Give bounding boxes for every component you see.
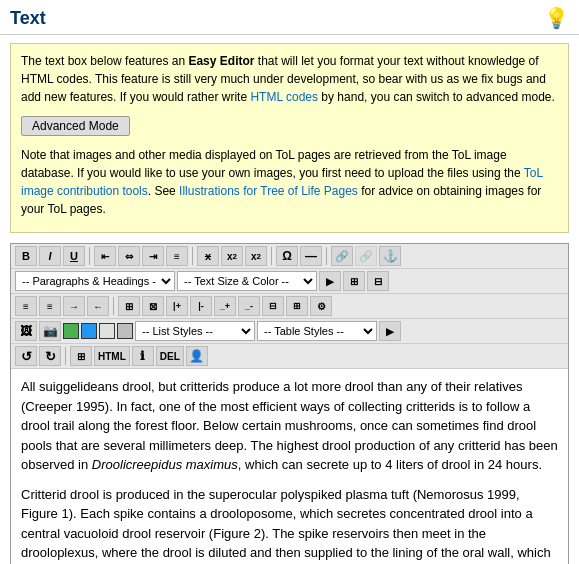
toolbar-row-2: -- Paragraphs & Headings -- -- Text Size… — [11, 269, 568, 294]
undo-btn[interactable]: ↺ — [15, 346, 37, 366]
toolbar-row-1: B I U ⇤ ⇔ ⇥ ≡ x x2 x2 Ω — 🔗 🔗 ⚓ — [11, 244, 568, 269]
strikethrough-button[interactable]: x — [197, 246, 219, 266]
align-center-button[interactable]: ⇔ — [118, 246, 140, 266]
content-paragraph-2: Critterid drool is produced in the super… — [21, 485, 558, 565]
outdent-btn[interactable]: ← — [87, 296, 109, 316]
anchor-button[interactable]: ⚓ — [379, 246, 401, 266]
illustrations-link[interactable]: Illustrations for Tree of Life Pages — [179, 184, 358, 198]
info-box: The text box below features an Easy Edit… — [10, 43, 569, 233]
table-layout-btn2[interactable]: ⊟ — [367, 271, 389, 291]
image-btn[interactable]: 🖼 — [15, 321, 37, 341]
col-delete-btn[interactable]: |- — [190, 296, 212, 316]
del-btn[interactable]: DEL — [156, 346, 184, 366]
paragraph-select[interactable]: -- Paragraphs & Headings -- — [15, 271, 175, 291]
sep-5 — [113, 297, 114, 315]
table-delete-btn[interactable]: ⊠ — [142, 296, 164, 316]
ol-btn[interactable]: ≡ — [39, 296, 61, 316]
table-style-apply-btn[interactable]: ▶ — [379, 321, 401, 341]
text-size-color-btn[interactable]: ▶ — [319, 271, 341, 291]
superscript-button[interactable]: x2 — [245, 246, 267, 266]
table-style-select[interactable]: -- Table Styles -- — [257, 321, 377, 341]
list-style-select[interactable]: -- List Styles -- — [135, 321, 255, 341]
color-sq4[interactable] — [117, 323, 133, 339]
redo-btn[interactable]: ↻ — [39, 346, 61, 366]
align-justify-button[interactable]: ≡ — [166, 246, 188, 266]
sep-1 — [89, 247, 90, 265]
info-text-2: Note that images and other media display… — [21, 146, 558, 218]
page-title: Text — [10, 8, 46, 29]
advanced-mode-button[interactable]: Advanced Mode — [21, 116, 130, 136]
link-button[interactable]: 🔗 — [331, 246, 353, 266]
sep-4 — [326, 247, 327, 265]
sep-2 — [192, 247, 193, 265]
editor-container: B I U ⇤ ⇔ ⇥ ≡ x x2 x2 Ω — 🔗 🔗 ⚓ -- Parag… — [10, 243, 569, 564]
indent-btn[interactable]: → — [63, 296, 85, 316]
editor-content-area[interactable]: All suiggelideans drool, but critterids … — [11, 369, 568, 564]
sep-3 — [271, 247, 272, 265]
html-btn[interactable]: HTML — [94, 346, 130, 366]
align-right-button[interactable]: ⇥ — [142, 246, 164, 266]
text-size-select[interactable]: -- Text Size & Color -- — [177, 271, 317, 291]
split-btn[interactable]: ⊞ — [286, 296, 308, 316]
page-header: Text 💡 — [0, 0, 579, 35]
toolbar-row-4: 🖼 📷 -- List Styles -- -- Table Styles --… — [11, 319, 568, 344]
omega-button[interactable]: Ω — [276, 246, 298, 266]
ul-btn[interactable]: ≡ — [15, 296, 37, 316]
color-sq1[interactable] — [63, 323, 79, 339]
html-codes-link[interactable]: HTML codes — [250, 90, 318, 104]
bulb-icon: 💡 — [544, 6, 569, 30]
table-insert-btn[interactable]: ⊞ — [118, 296, 140, 316]
table-layout-btn[interactable]: ⊞ — [343, 271, 365, 291]
italic-button[interactable]: I — [39, 246, 61, 266]
toolbar-row-3: ≡ ≡ → ← ⊞ ⊠ |+ |- _+ _- ⊟ ⊞ ⚙ — [11, 294, 568, 319]
row-delete-btn[interactable]: _- — [238, 296, 260, 316]
color-sq3[interactable] — [99, 323, 115, 339]
row-insert-btn[interactable]: _+ — [214, 296, 236, 316]
merge-btn[interactable]: ⊟ — [262, 296, 284, 316]
col-insert-btn[interactable]: |+ — [166, 296, 188, 316]
subscript-button[interactable]: x2 — [221, 246, 243, 266]
image-btn2[interactable]: 📷 — [39, 321, 61, 341]
bold-button[interactable]: B — [15, 246, 37, 266]
info-text-1: The text box below features an Easy Edit… — [21, 52, 558, 106]
underline-button[interactable]: U — [63, 246, 85, 266]
user-btn[interactable]: 👤 — [186, 346, 208, 366]
align-left-button[interactable]: ⇤ — [94, 246, 116, 266]
info-btn[interactable]: ℹ — [132, 346, 154, 366]
toolbar-row-5: ↺ ↻ ⊞ HTML ℹ DEL 👤 — [11, 344, 568, 369]
content-paragraph-1: All suiggelideans drool, but critterids … — [21, 377, 558, 475]
cell-prop-btn[interactable]: ⚙ — [310, 296, 332, 316]
sep-6 — [65, 347, 66, 365]
table-insert2-btn[interactable]: ⊞ — [70, 346, 92, 366]
color-sq2[interactable] — [81, 323, 97, 339]
unlink-button[interactable]: 🔗 — [355, 246, 377, 266]
em-dash-button[interactable]: — — [300, 246, 322, 266]
